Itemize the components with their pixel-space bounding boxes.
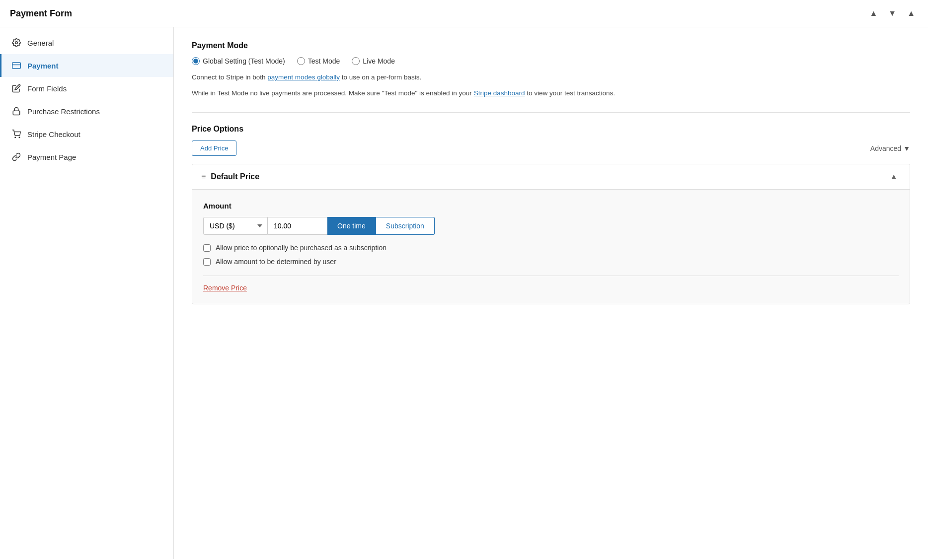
svg-point-5 [19, 137, 20, 138]
sidebar-item-purchase-restrictions[interactable]: Purchase Restrictions [0, 100, 173, 123]
checkbox-subscription-text: Allow price to optionally be purchased a… [216, 244, 387, 252]
subscription-button[interactable]: Subscription [376, 217, 435, 235]
header: Payment Form ▲ ▼ ▲ [0, 0, 928, 27]
radio-live-mode[interactable]: Live Mode [352, 57, 395, 65]
amount-input[interactable] [268, 217, 327, 235]
payment-mode-radio-group: Global Setting (Test Mode) Test Mode Liv… [192, 57, 910, 65]
amount-label: Amount [203, 202, 899, 210]
payment-mode-title: Payment Mode [192, 41, 910, 50]
add-price-button[interactable]: Add Price [192, 140, 236, 156]
price-options-title: Price Options [192, 125, 910, 134]
radio-global-label: Global Setting (Test Mode) [203, 57, 285, 65]
radio-live-label: Live Mode [363, 57, 395, 65]
price-card-body: Amount USD ($) One time Subscription [192, 190, 910, 304]
sidebar-item-general[interactable]: General [0, 31, 173, 54]
info1-pre: Connect to Stripe in both [192, 73, 267, 81]
sidebar-item-payment-page[interactable]: Payment Page [0, 145, 173, 168]
radio-test-mode[interactable]: Test Mode [297, 57, 340, 65]
checkbox-user-amount-text: Allow amount to be determined by user [216, 258, 336, 266]
credit-card-icon [11, 61, 21, 70]
radio-live-input[interactable] [352, 57, 360, 65]
price-options-header: Add Price Advanced ▼ [192, 140, 910, 156]
one-time-button[interactable]: One time [327, 217, 376, 235]
sidebar-item-general-label: General [27, 39, 163, 47]
lock-icon [11, 107, 21, 116]
header-down-button[interactable]: ▼ [885, 8, 899, 19]
svg-point-0 [15, 42, 18, 44]
payment-type-group: One time Subscription [327, 217, 435, 235]
radio-test-input[interactable] [297, 57, 305, 65]
remove-price-button[interactable]: Remove Price [203, 284, 247, 292]
info2-post: to view your test transactions. [525, 89, 615, 97]
default-price-card: ≡ Default Price ▲ Amount USD ($) One tim… [192, 164, 910, 304]
radio-global-input[interactable] [192, 57, 200, 65]
price-card-header: ≡ Default Price ▲ [192, 164, 910, 190]
info-text-2: While in Test Mode no live payments are … [192, 88, 910, 99]
sidebar: General Payment Form Fields Purchase Res… [0, 27, 174, 559]
advanced-label: Advanced [870, 144, 901, 152]
info-text-1: Connect to Stripe in both payment modes … [192, 72, 910, 83]
section-divider [192, 112, 910, 113]
card-divider [203, 276, 899, 276]
svg-rect-1 [12, 63, 21, 69]
header-collapse-button[interactable]: ▲ [904, 8, 918, 19]
checkbox-subscription-input[interactable] [203, 244, 211, 252]
sidebar-item-payment-label: Payment [27, 62, 163, 70]
amount-row: USD ($) One time Subscription [203, 217, 899, 235]
checkbox-user-amount-label[interactable]: Allow amount to be determined by user [203, 258, 899, 266]
main-content: Payment Mode Global Setting (Test Mode) … [174, 27, 928, 559]
sidebar-item-payment-page-label: Payment Page [27, 153, 163, 161]
stripe-dashboard-link[interactable]: Stripe dashboard [474, 89, 525, 97]
gear-icon [11, 38, 21, 47]
price-options-section: Price Options Add Price Advanced ▼ ≡ Def… [192, 125, 910, 304]
payment-mode-section: Payment Mode Global Setting (Test Mode) … [192, 41, 910, 98]
sidebar-item-form-fields[interactable]: Form Fields [0, 77, 173, 100]
sidebar-item-stripe-checkout[interactable]: Stripe Checkout [0, 123, 173, 145]
radio-global-setting[interactable]: Global Setting (Test Mode) [192, 57, 285, 65]
cart-icon [11, 130, 21, 139]
link-icon [11, 152, 21, 161]
payment-modes-globally-link[interactable]: payment modes globally [267, 73, 340, 81]
checkbox-group: Allow price to optionally be purchased a… [203, 244, 899, 266]
svg-point-4 [15, 137, 16, 138]
page-title: Payment Form [10, 8, 72, 19]
edit-icon [11, 84, 21, 93]
header-up-button[interactable]: ▲ [866, 8, 880, 19]
drag-handle-icon[interactable]: ≡ [201, 172, 206, 181]
checkbox-user-amount-input[interactable] [203, 258, 211, 266]
header-controls: ▲ ▼ ▲ [866, 8, 918, 19]
layout: General Payment Form Fields Purchase Res… [0, 27, 928, 559]
sidebar-item-purchase-restrictions-label: Purchase Restrictions [27, 107, 163, 116]
default-price-label: Default Price [211, 172, 259, 181]
svg-rect-3 [13, 111, 20, 115]
sidebar-item-payment[interactable]: Payment [0, 54, 173, 77]
advanced-toggle-button[interactable]: Advanced ▼ [870, 144, 910, 152]
radio-test-label: Test Mode [308, 57, 340, 65]
price-card-collapse-button[interactable]: ▲ [887, 171, 901, 182]
info1-post: to use on a per-form basis. [340, 73, 421, 81]
info2-pre: While in Test Mode no live payments are … [192, 89, 474, 97]
price-card-title-group: ≡ Default Price [201, 172, 259, 181]
sidebar-item-stripe-checkout-label: Stripe Checkout [27, 130, 163, 139]
sidebar-item-form-fields-label: Form Fields [27, 84, 163, 93]
checkbox-subscription-label[interactable]: Allow price to optionally be purchased a… [203, 244, 899, 252]
currency-select[interactable]: USD ($) [203, 217, 268, 235]
chevron-down-icon: ▼ [903, 144, 910, 152]
